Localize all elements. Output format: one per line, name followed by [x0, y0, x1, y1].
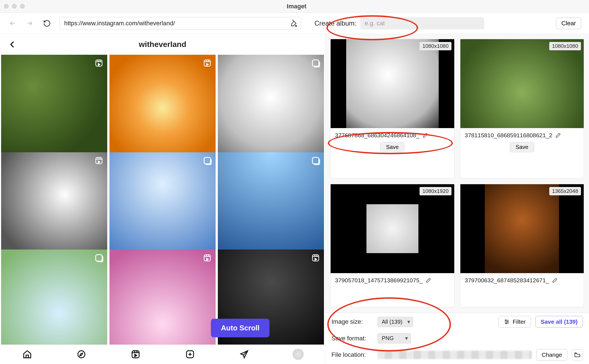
paintbucket-icon[interactable]: [289, 19, 297, 27]
multi-post-icon: [202, 156, 212, 166]
filter-button[interactable]: Filter: [498, 316, 531, 328]
edit-filename-icon[interactable]: [555, 132, 561, 138]
image-size-label: Image size:: [331, 318, 373, 325]
thumbnail[interactable]: 1365x2048: [460, 184, 584, 273]
save-image-button[interactable]: Save: [380, 142, 405, 152]
save-all-button[interactable]: Save all (139): [535, 316, 583, 328]
reel-icon: [311, 253, 321, 263]
image-size-select[interactable]: All (139): [378, 317, 413, 327]
right-panel: 1080x1080 377687868_686304246864108_ Sav…: [325, 34, 589, 364]
edit-filename-icon[interactable]: [425, 277, 431, 283]
forward-button[interactable]: [25, 19, 34, 28]
settings-panel: Image size: All (139) Filter Save all (1…: [325, 312, 589, 364]
grid-tile[interactable]: [218, 55, 324, 161]
album-name-input[interactable]: e.g. cat: [360, 17, 485, 29]
messages-icon[interactable]: [238, 348, 250, 360]
image-card: 1080x1080 378115810_686859116808621_2 Sa…: [460, 39, 584, 178]
url-bar-wrap: https://www.instagram.com/witheverland/: [59, 17, 301, 30]
file-location-value: [378, 351, 532, 359]
grid-tile[interactable]: [109, 55, 216, 161]
instagram-bottom-nav: [0, 345, 325, 364]
svg-rect-7: [132, 351, 139, 358]
grid-tile[interactable]: [218, 152, 324, 258]
multi-post-icon: [94, 253, 104, 263]
reel-icon: [94, 156, 104, 166]
save-image-button[interactable]: Save: [510, 142, 534, 152]
back-button[interactable]: [8, 19, 17, 28]
create-post-icon[interactable]: [184, 348, 196, 360]
dimensions-badge: 1365x2048: [549, 187, 581, 195]
back-chevron-icon[interactable]: [8, 40, 17, 49]
close-window-icon[interactable]: [4, 4, 9, 9]
svg-point-6: [78, 351, 85, 358]
explore-icon[interactable]: [76, 348, 87, 360]
zoom-window-icon[interactable]: [20, 4, 25, 9]
thumbnail[interactable]: 1080x1920: [331, 184, 454, 273]
svg-point-9: [505, 320, 506, 321]
filename-text: 379700632_687485283412671_: [465, 277, 549, 284]
album-placeholder: e.g. cat: [365, 20, 385, 27]
save-format-select[interactable]: PNG: [378, 333, 411, 343]
clear-button[interactable]: Clear: [556, 18, 581, 29]
window-title: Imaget: [25, 3, 568, 10]
dimensions-badge: 1080x1920: [420, 187, 451, 195]
minimize-window-icon[interactable]: [12, 4, 17, 9]
url-text: https://www.instagram.com/witheverland/: [64, 20, 175, 27]
url-bar[interactable]: https://www.instagram.com/witheverland/: [59, 17, 301, 30]
profile-avatar-icon[interactable]: [293, 349, 304, 360]
create-album-label: Create album:: [315, 19, 356, 27]
left-panel: witheverland Auto Scroll: [0, 34, 325, 364]
edit-filename-icon[interactable]: [422, 132, 428, 138]
filename-text: 378115810_686859116808621_2: [465, 132, 552, 139]
home-icon[interactable]: [21, 348, 33, 360]
profile-name: witheverland: [17, 40, 308, 49]
thumbnail[interactable]: 1080x1080: [331, 39, 454, 128]
open-folder-button[interactable]: [572, 349, 583, 360]
reels-icon[interactable]: [130, 348, 141, 360]
auto-scroll-button[interactable]: Auto Scroll: [211, 319, 269, 337]
svg-point-10: [507, 321, 508, 322]
reel-icon: [202, 58, 212, 68]
image-card: 1080x1920 379057018_1475713869921075_: [330, 184, 455, 308]
svg-point-0: [295, 25, 296, 26]
grid-tile[interactable]: [1, 250, 107, 345]
grid-tile[interactable]: [1, 55, 107, 161]
window-titlebar: Imaget: [0, 0, 589, 13]
grid-tile[interactable]: [109, 250, 216, 345]
profile-header: witheverland: [0, 34, 325, 55]
filename-text: 377687868_686304246864108_: [335, 132, 420, 139]
image-card: 1080x1080 377687868_686304246864108_ Sav…: [330, 39, 455, 178]
edit-filename-icon[interactable]: [552, 277, 558, 283]
reel-icon: [202, 253, 212, 263]
filename-text: 379057018_1475713869921075_: [335, 277, 423, 284]
reel-icon: [94, 58, 104, 68]
file-location-label: File location:: [331, 351, 373, 358]
dimensions-badge: 1080x1080: [420, 42, 451, 50]
save-format-label: Save format:: [331, 335, 373, 342]
svg-point-11: [506, 323, 507, 324]
main-split: witheverland Auto Scroll 1: [0, 34, 589, 364]
image-cards: 1080x1080 377687868_686304246864108_ Sav…: [325, 34, 589, 312]
top-toolbar: https://www.instagram.com/witheverland/ …: [0, 13, 589, 34]
image-card: 1365x2048 379700632_687485283412671_: [460, 184, 584, 308]
dimensions-badge: 1080x1080: [549, 42, 581, 50]
traffic-lights: [4, 4, 25, 9]
change-location-button[interactable]: Change: [536, 349, 567, 361]
grid-tile[interactable]: [109, 152, 216, 258]
multi-post-icon: [311, 58, 321, 68]
post-grid: [0, 55, 325, 345]
right-toolbar: Create album: e.g. cat Clear: [309, 17, 581, 29]
multi-post-icon: [311, 156, 321, 166]
grid-tile[interactable]: [1, 152, 107, 258]
thumbnail[interactable]: 1080x1080: [460, 39, 584, 128]
reload-button[interactable]: [42, 19, 52, 28]
